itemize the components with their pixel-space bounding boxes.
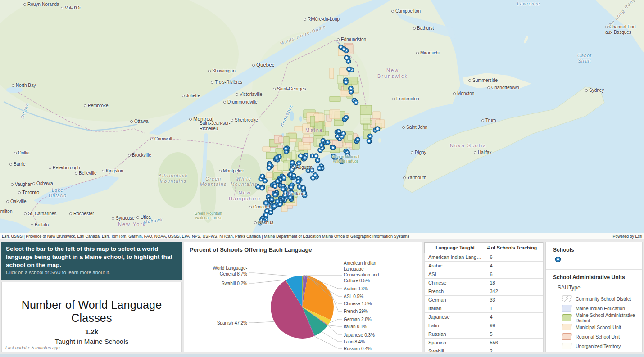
instructions-subtext: Click on a school or SAU to learn more a… bbox=[6, 270, 177, 275]
pie-leader-line bbox=[249, 273, 294, 276]
school-marker[interactable] bbox=[344, 55, 349, 60]
legend-item-community-school-district: Community School District bbox=[562, 294, 642, 303]
school-marker[interactable] bbox=[341, 131, 345, 136]
column-header-language: Language Taught bbox=[425, 243, 486, 253]
school-marker[interactable] bbox=[336, 129, 341, 134]
cell-count: 1 bbox=[486, 304, 543, 313]
legend-sautype-subheading: SAUType bbox=[546, 280, 642, 291]
indicator-panel: Number of World Language Classes 1.2k Ta… bbox=[1, 282, 182, 352]
school-marker[interactable] bbox=[313, 154, 318, 158]
school-marker[interactable] bbox=[273, 184, 277, 188]
table-row[interactable]: Swahili2 bbox=[425, 347, 543, 353]
table-row[interactable]: Latin99 bbox=[425, 321, 543, 330]
school-marker[interactable] bbox=[331, 154, 336, 158]
table-row[interactable]: Chinese18 bbox=[425, 279, 543, 287]
table-row[interactable]: Russian5 bbox=[425, 330, 543, 339]
school-marker[interactable] bbox=[375, 127, 380, 131]
school-marker[interactable] bbox=[344, 115, 348, 120]
school-marker[interactable] bbox=[368, 134, 372, 138]
table-row[interactable]: American Indian Language ...6 bbox=[425, 253, 543, 262]
pie-leader-line bbox=[249, 321, 274, 323]
school-marker[interactable] bbox=[331, 145, 335, 150]
cell-language: Swahili bbox=[425, 347, 486, 353]
school-marker[interactable] bbox=[354, 100, 358, 104]
table-row[interactable]: ASL6 bbox=[425, 270, 543, 279]
pie-leader-line bbox=[322, 332, 342, 342]
pie-label: American Indian Language Conversation an… bbox=[344, 260, 386, 284]
sau-item-label: Maine Indian Education bbox=[576, 306, 625, 311]
school-marker[interactable] bbox=[290, 190, 294, 195]
school-marker[interactable] bbox=[313, 173, 317, 177]
table-row[interactable]: Spanish556 bbox=[425, 339, 543, 347]
school-marker[interactable] bbox=[349, 86, 353, 90]
school-marker[interactable] bbox=[344, 80, 348, 85]
school-marker[interactable] bbox=[290, 160, 295, 165]
legend-panel: Schools School Administrative Units SAUT… bbox=[545, 242, 643, 352]
school-marker[interactable] bbox=[325, 140, 330, 145]
table-row[interactable]: Japanese4 bbox=[425, 313, 543, 321]
school-marker[interactable] bbox=[291, 173, 296, 178]
school-marker[interactable] bbox=[309, 168, 314, 172]
school-marker[interactable] bbox=[303, 156, 307, 160]
school-marker[interactable] bbox=[367, 139, 371, 143]
school-marker[interactable] bbox=[301, 185, 305, 190]
school-marker[interactable] bbox=[275, 199, 280, 203]
school-marker[interactable] bbox=[274, 156, 279, 160]
school-marker[interactable] bbox=[263, 178, 267, 183]
cell-language: American Indian Language ... bbox=[425, 253, 486, 262]
indicator-value: 1.2k bbox=[2, 328, 181, 335]
school-marker[interactable] bbox=[269, 197, 274, 201]
table-row[interactable]: Italian1 bbox=[425, 304, 543, 313]
table-row[interactable]: French342 bbox=[425, 287, 543, 296]
school-marker[interactable] bbox=[297, 161, 301, 165]
school-marker[interactable] bbox=[275, 179, 280, 184]
school-marker[interactable] bbox=[284, 146, 288, 151]
table-row[interactable]: Arabic4 bbox=[425, 262, 543, 270]
school-marker[interactable] bbox=[341, 47, 346, 51]
school-marker[interactable] bbox=[296, 179, 300, 184]
instructions-panel: Select the bar to the left of this map t… bbox=[1, 242, 182, 280]
pie-label: Italian 0.1% bbox=[344, 324, 411, 330]
school-marker[interactable] bbox=[317, 166, 322, 171]
cell-language: ASL bbox=[425, 270, 486, 279]
pie-leader-line bbox=[328, 325, 342, 326]
school-marker[interactable] bbox=[262, 219, 266, 224]
sau-swatch bbox=[562, 305, 572, 312]
sau-item-label: Community School District bbox=[576, 296, 631, 302]
pie-label: Arabic 0.3% bbox=[344, 286, 411, 292]
school-marker[interactable] bbox=[339, 158, 343, 163]
school-marker[interactable] bbox=[347, 67, 351, 72]
school-marker[interactable] bbox=[260, 174, 264, 178]
school-marker[interactable] bbox=[288, 195, 293, 199]
language-table: Language Taught # of Schools Teaching La… bbox=[424, 242, 543, 352]
school-marker[interactable] bbox=[290, 167, 294, 172]
school-marker[interactable] bbox=[315, 158, 320, 163]
cell-count: 33 bbox=[486, 296, 543, 304]
school-marker[interactable] bbox=[289, 185, 294, 190]
cell-count: 6 bbox=[486, 270, 543, 279]
school-marker[interactable] bbox=[273, 192, 277, 197]
pie-leader-line bbox=[249, 280, 286, 283]
pie-label: German 2.8% bbox=[344, 316, 411, 322]
map-canvas[interactable]: Rouyn-NorandaVal-d'OrNorth BayPembrokeOt… bbox=[0, 0, 644, 239]
school-marker[interactable] bbox=[355, 137, 360, 142]
school-marker[interactable] bbox=[319, 143, 324, 147]
school-marker[interactable] bbox=[302, 190, 306, 195]
school-marker[interactable] bbox=[268, 210, 273, 215]
school-marker[interactable] bbox=[335, 134, 340, 138]
table-row[interactable]: German33 bbox=[425, 296, 543, 304]
sau-item-label: Regional School Unit bbox=[576, 334, 620, 339]
cell-count: 4 bbox=[486, 313, 543, 321]
school-marker[interactable] bbox=[263, 201, 268, 205]
school-marker[interactable] bbox=[281, 176, 286, 180]
cell-language: Spanish bbox=[425, 339, 486, 347]
school-marker[interactable] bbox=[272, 204, 277, 208]
cell-count: 342 bbox=[486, 287, 543, 296]
school-marker[interactable] bbox=[260, 185, 264, 190]
bottom-strip bbox=[0, 354, 644, 357]
cell-count: 2 bbox=[486, 347, 543, 353]
sau-swatch bbox=[562, 333, 572, 340]
cell-language: Russian bbox=[425, 330, 486, 339]
school-marker[interactable] bbox=[267, 166, 271, 170]
school-marker[interactable] bbox=[345, 153, 349, 158]
